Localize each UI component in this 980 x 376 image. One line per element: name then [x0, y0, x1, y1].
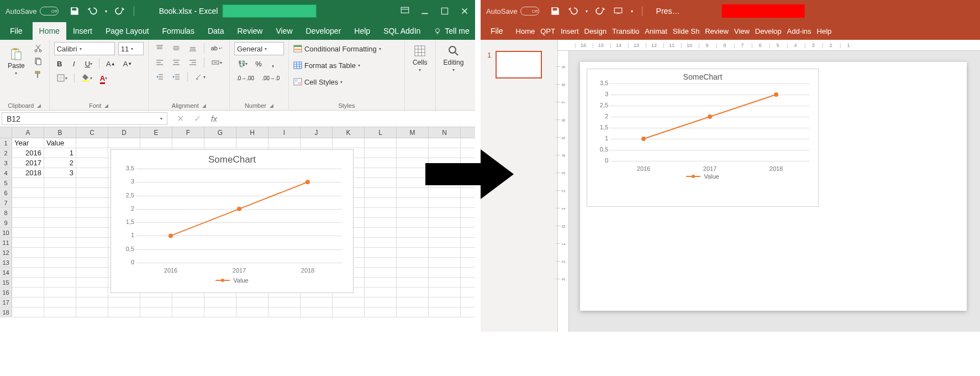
cell[interactable]: [365, 208, 397, 217]
cell[interactable]: [76, 158, 108, 168]
cell[interactable]: [76, 138, 108, 148]
cell[interactable]: [140, 138, 172, 148]
row-header[interactable]: 3: [0, 158, 12, 168]
tab-insert[interactable]: Insert: [66, 22, 99, 40]
cell[interactable]: [44, 258, 76, 267]
save-icon[interactable]: [550, 6, 560, 16]
cell[interactable]: [140, 307, 172, 317]
cell[interactable]: [429, 268, 461, 277]
cell[interactable]: [397, 168, 429, 177]
cell[interactable]: [76, 278, 108, 287]
tab-insert[interactable]: Insert: [558, 22, 582, 40]
col-header[interactable]: M: [397, 127, 429, 138]
cell[interactable]: [204, 307, 236, 317]
font-color-icon[interactable]: A▾: [98, 72, 109, 84]
row-header[interactable]: 9: [0, 218, 12, 227]
cell[interactable]: [76, 208, 108, 217]
cell[interactable]: [108, 138, 140, 148]
tab-view[interactable]: View: [731, 22, 752, 40]
underline-button[interactable]: U▾: [83, 58, 94, 70]
cell[interactable]: [12, 297, 44, 307]
cell[interactable]: [44, 288, 76, 297]
tab-help[interactable]: Help: [347, 22, 377, 40]
start-slideshow-icon[interactable]: [613, 6, 623, 16]
align-center-icon[interactable]: [170, 56, 183, 69]
cell[interactable]: [429, 297, 461, 307]
cell[interactable]: [365, 297, 397, 307]
cell[interactable]: [397, 288, 429, 297]
cell[interactable]: [76, 238, 108, 247]
row-header[interactable]: 16: [0, 288, 12, 297]
close-icon[interactable]: [460, 6, 470, 16]
format-as-table-button[interactable]: Format as Table▾: [293, 59, 400, 72]
cell[interactable]: [397, 178, 429, 187]
number-format-combo[interactable]: General▾: [234, 42, 284, 55]
cell[interactable]: [365, 268, 397, 277]
cell[interactable]: [429, 198, 461, 207]
cell[interactable]: [365, 158, 397, 168]
cell[interactable]: [12, 208, 44, 217]
cell[interactable]: [301, 297, 333, 307]
cell[interactable]: [333, 297, 365, 307]
cell[interactable]: [204, 138, 236, 148]
cell[interactable]: [397, 138, 429, 148]
cell[interactable]: [301, 138, 333, 148]
tab-view[interactable]: View: [269, 22, 299, 40]
cell[interactable]: [301, 307, 333, 317]
cell[interactable]: [76, 268, 108, 277]
cell[interactable]: [397, 268, 429, 277]
cell[interactable]: [76, 288, 108, 297]
cell[interactable]: [333, 138, 365, 148]
percent-format-icon[interactable]: %: [253, 58, 264, 70]
tab-developer[interactable]: Develop: [752, 22, 784, 40]
cells-button[interactable]: Cells ▾: [409, 42, 431, 75]
tab-home[interactable]: Home: [33, 22, 66, 40]
cell[interactable]: [108, 307, 140, 317]
col-header[interactable]: A: [12, 127, 44, 138]
cell[interactable]: [397, 228, 429, 237]
cell[interactable]: [268, 297, 301, 307]
row-header[interactable]: 1: [0, 138, 12, 148]
cell[interactable]: [140, 297, 172, 307]
cell[interactable]: [236, 297, 268, 307]
tab-slideshow[interactable]: Slide Sh: [670, 22, 702, 40]
cell[interactable]: 2017: [12, 158, 44, 168]
cell[interactable]: [44, 297, 76, 307]
cell[interactable]: [333, 307, 365, 317]
cell[interactable]: [365, 307, 397, 317]
row-header[interactable]: 18: [0, 307, 12, 317]
select-all-corner[interactable]: [0, 127, 12, 138]
cell[interactable]: [365, 228, 397, 237]
cell[interactable]: [76, 148, 108, 158]
row-header[interactable]: 6: [0, 188, 12, 197]
slide-thumbnail[interactable]: 1: [487, 51, 551, 79]
conditional-formatting-button[interactable]: Conditional Formatting▾: [293, 42, 400, 55]
cell[interactable]: [12, 238, 44, 247]
tab-home[interactable]: Home: [513, 22, 538, 40]
decrease-indent-icon[interactable]: [153, 71, 166, 83]
cell[interactable]: [429, 218, 461, 227]
cell[interactable]: [397, 278, 429, 287]
maximize-icon[interactable]: [440, 6, 450, 16]
name-box[interactable]: B12 ▾: [2, 112, 167, 125]
cell[interactable]: [429, 288, 461, 297]
copy-icon[interactable]: [31, 55, 45, 67]
cell[interactable]: Value: [44, 138, 76, 148]
cell[interactable]: [76, 297, 108, 307]
tab-design[interactable]: Design: [582, 22, 609, 40]
cell[interactable]: [429, 208, 461, 217]
col-header[interactable]: G: [204, 127, 236, 138]
col-header[interactable]: C: [76, 127, 108, 138]
cell[interactable]: [76, 258, 108, 267]
cell[interactable]: [365, 198, 397, 207]
cell[interactable]: [44, 238, 76, 247]
cell[interactable]: [397, 238, 429, 247]
merge-center-icon[interactable]: ▾: [209, 56, 224, 69]
slide[interactable]: SomeChart 00,511,522,533,5201620172018 V…: [580, 62, 967, 311]
dialog-launcher-icon[interactable]: ◢: [202, 103, 206, 108]
row-header[interactable]: 12: [0, 248, 12, 257]
cell[interactable]: [12, 228, 44, 237]
cell[interactable]: [12, 278, 44, 287]
cell[interactable]: 3: [44, 168, 76, 177]
row-header[interactable]: 5: [0, 178, 12, 187]
